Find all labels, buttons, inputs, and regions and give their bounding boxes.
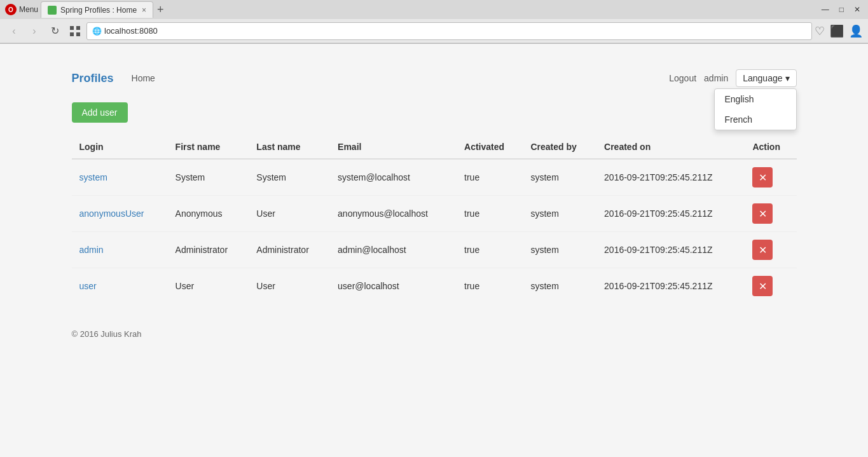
window-minimize-button[interactable]: — <box>819 4 832 15</box>
add-user-button[interactable]: Add user <box>72 102 128 123</box>
svg-rect-1 <box>76 26 80 30</box>
logout-link[interactable]: Logout <box>669 73 696 83</box>
cell-last-name-1: User <box>249 196 330 232</box>
cell-created-on-1: 2016-09-21T09:25:45.211Z <box>596 196 745 232</box>
table-wrapper: Login First name Last name Email Activat… <box>72 135 797 304</box>
table-row: user User User user@localhost true syste… <box>72 268 797 304</box>
col-activated: Activated <box>457 135 523 159</box>
tab-favicon <box>48 6 57 15</box>
cell-email-2: admin@localhost <box>330 232 457 268</box>
svg-rect-3 <box>76 32 80 36</box>
nav-home-link[interactable]: Home <box>127 71 160 86</box>
col-first-name: First name <box>168 135 249 159</box>
col-last-name: Last name <box>249 135 330 159</box>
tab-title: Spring Profiles : Home <box>60 6 137 15</box>
reload-button[interactable]: ↻ <box>46 22 64 40</box>
cell-activated-1: true <box>457 196 523 232</box>
cell-email-0: system@localhost <box>330 159 457 196</box>
browser-chrome: O Menu Spring Profiles : Home × + — □ ✕ … <box>0 0 868 44</box>
menu-label: Menu <box>19 5 38 14</box>
language-button[interactable]: Language ▾ <box>736 69 796 87</box>
cell-action-1: ✕ <box>745 196 796 232</box>
cell-login-1: anonymousUser <box>72 196 168 232</box>
cell-first-name-3: User <box>168 268 249 304</box>
cell-created-on-3: 2016-09-21T09:25:45.211Z <box>596 268 745 304</box>
forward-button[interactable]: › <box>25 22 43 40</box>
user-login-link-1[interactable]: anonymousUser <box>79 208 144 219</box>
admin-link[interactable]: admin <box>704 73 728 83</box>
browser-titlebar: O Menu Spring Profiles : Home × + — □ ✕ <box>0 0 868 19</box>
cell-activated-3: true <box>457 268 523 304</box>
cell-login-3: user <box>72 268 168 304</box>
footer-text: © 2016 Julius Krah <box>72 329 142 339</box>
cell-last-name-2: Administrator <box>249 232 330 268</box>
opera-menu-button[interactable]: O Menu <box>5 4 38 15</box>
back-button[interactable]: ‹ <box>5 22 23 40</box>
cell-created-by-1: system <box>523 196 596 232</box>
delete-button-0[interactable]: ✕ <box>752 167 773 188</box>
cell-created-on-2: 2016-09-21T09:25:45.211Z <box>596 232 745 268</box>
dropdown-caret-icon: ▾ <box>785 73 790 83</box>
language-label: Language <box>743 73 782 83</box>
language-dropdown-menu: English French <box>714 88 797 130</box>
svg-rect-0 <box>70 26 74 30</box>
table-row: admin Administrator Administrator admin@… <box>72 232 797 268</box>
browser-toolbar: ‹ › ↻ 🌐 ♡ ⬛ 👤 <box>0 19 868 43</box>
main-container: Profiles Home Logout admin Language ▾ En… <box>53 69 816 339</box>
language-option-french[interactable]: French <box>715 109 796 130</box>
col-created-by: Created by <box>523 135 596 159</box>
window-maximize-button[interactable]: □ <box>837 4 846 15</box>
url-input[interactable] <box>104 26 806 36</box>
heart-icon[interactable]: ♡ <box>815 24 825 38</box>
cell-first-name-0: System <box>168 159 249 196</box>
tab-close-button[interactable]: × <box>142 6 146 15</box>
cell-first-name-1: Anonymous <box>168 196 249 232</box>
cell-last-name-0: System <box>249 159 330 196</box>
language-dropdown-wrapper: Language ▾ English French <box>736 69 796 87</box>
cell-action-3: ✕ <box>745 268 796 304</box>
col-login: Login <box>72 135 168 159</box>
navbar: Profiles Home Logout admin Language ▾ En… <box>72 69 797 87</box>
grid-icon <box>70 26 80 36</box>
navbar-right: Logout admin Language ▾ English French <box>669 69 796 87</box>
browser-tab[interactable]: Spring Profiles : Home × <box>41 1 153 18</box>
window-close-button[interactable]: ✕ <box>851 4 863 15</box>
table-body: system System System system@localhost tr… <box>72 159 797 304</box>
address-bar[interactable]: 🌐 <box>86 22 812 40</box>
user-login-link-0[interactable]: system <box>79 172 107 182</box>
cell-email-1: anonymous@localhost <box>330 196 457 232</box>
cell-login-2: admin <box>72 232 168 268</box>
cell-activated-0: true <box>457 159 523 196</box>
user-account-icon[interactable]: 👤 <box>849 24 863 38</box>
cell-last-name-3: User <box>249 268 330 304</box>
screenshot-icon[interactable]: ⬛ <box>830 24 844 38</box>
navbar-nav: Home <box>127 73 160 83</box>
col-action: Action <box>745 135 796 159</box>
cell-created-by-2: system <box>523 232 596 268</box>
language-option-english[interactable]: English <box>715 89 796 109</box>
users-table: Login First name Last name Email Activat… <box>72 135 797 304</box>
grid-icon-button[interactable] <box>66 22 84 40</box>
cell-created-by-0: system <box>523 159 596 196</box>
lock-icon: 🌐 <box>92 27 102 36</box>
footer: © 2016 Julius Krah <box>72 329 797 339</box>
col-email: Email <box>330 135 457 159</box>
cell-action-0: ✕ <box>745 159 796 196</box>
opera-icon: O <box>5 4 17 15</box>
delete-button-3[interactable]: ✕ <box>752 276 773 296</box>
user-login-link-2[interactable]: admin <box>79 245 104 255</box>
cell-email-3: user@localhost <box>330 268 457 304</box>
cell-created-on-0: 2016-09-21T09:25:45.211Z <box>596 159 745 196</box>
col-created-on: Created on <box>596 135 745 159</box>
user-login-link-3[interactable]: user <box>79 281 97 291</box>
svg-rect-2 <box>70 32 74 36</box>
cell-first-name-2: Administrator <box>168 232 249 268</box>
delete-button-1[interactable]: ✕ <box>752 203 773 224</box>
table-row: anonymousUser Anonymous User anonymous@l… <box>72 196 797 232</box>
cell-created-by-3: system <box>523 268 596 304</box>
table-header: Login First name Last name Email Activat… <box>72 135 797 159</box>
cell-login-0: system <box>72 159 168 196</box>
new-tab-button[interactable]: + <box>153 4 168 15</box>
brand-link[interactable]: Profiles <box>72 72 114 85</box>
delete-button-2[interactable]: ✕ <box>752 240 773 260</box>
